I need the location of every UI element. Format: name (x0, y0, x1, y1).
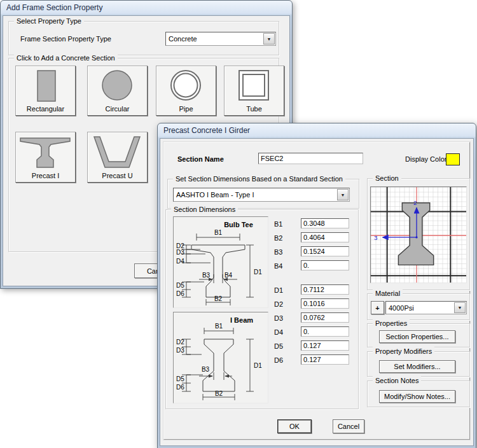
material-group: Material + 4000Psi ▼ (367, 293, 470, 320)
dim-d6-input[interactable] (301, 354, 349, 365)
dim-d2-input[interactable] (301, 298, 349, 309)
dim-b4-input[interactable] (301, 260, 349, 270)
i-beam-diagram: I Beam B1 D2 D3 B3 D1 D5 (174, 312, 266, 402)
section-preview-group: Section (367, 178, 470, 290)
group-label: Set Section Dimensions Based on a Standa… (173, 174, 345, 183)
section-properties-button[interactable]: Section Properties... (379, 330, 455, 343)
dim-b3-input[interactable] (301, 246, 349, 256)
ok-button-label: OK (289, 423, 300, 430)
dim-d4-input[interactable] (301, 326, 349, 337)
rectangular-section-button[interactable]: Rectangular (15, 66, 76, 116)
dim-label-d3: D3 (176, 249, 184, 256)
section-name-label: Section Name (177, 155, 224, 163)
dim-label-b2: B2 (215, 390, 223, 397)
dim-b1-label: B1 (274, 220, 282, 228)
i-beam-diagram-box: I Beam B1 D2 D3 B3 D1 D5 (173, 312, 268, 403)
dim-b2-input[interactable] (301, 232, 349, 242)
group-label: Section (373, 174, 401, 183)
rectangular-section-icon (18, 69, 73, 104)
dim-d1-input[interactable] (301, 284, 349, 295)
dim-label-d5: D5 (176, 375, 184, 382)
group-label: Property Modifiers (373, 347, 434, 356)
frame-section-property-type-label: Frame Section Property Type (20, 35, 111, 43)
properties-group: Properties Section Properties... (367, 323, 470, 347)
set-modifiers-button[interactable]: Set Modifiers... (379, 360, 455, 373)
dim-label-b1: B1 (214, 229, 223, 236)
group-label: Click to Add a Concrete Section (14, 53, 118, 62)
standard-section-dropdown-value: AASHTO I Beam - Type I (176, 188, 254, 201)
dim-d4-label: D4 (274, 328, 283, 336)
pipe-section-button[interactable]: Pipe (156, 66, 216, 116)
chevron-down-icon[interactable]: ▼ (263, 33, 275, 45)
dialog-client-area: Section Name Display Color Set Section D… (160, 138, 474, 446)
dim-label-d3: D3 (176, 347, 184, 354)
dim-d1-label: D1 (274, 286, 283, 294)
circular-section-button[interactable]: Circular (87, 66, 148, 116)
bulb-tee-diagram: Bulb Tee B1 D2 D3 D4 B3 B4 (174, 217, 266, 306)
select-property-type-group: Select Property Type Frame Section Prope… (8, 21, 279, 55)
section-button-label: Pipe (156, 105, 216, 113)
section-preview-plot: 2 3 (371, 187, 466, 283)
group-label: Properties (373, 319, 410, 328)
dim-d3-label: D3 (274, 314, 283, 322)
dim-label-d1: D1 (254, 269, 262, 276)
add-material-button[interactable]: + (371, 301, 384, 314)
precast-i-section-icon (18, 135, 73, 171)
precast-u-section-icon (90, 135, 144, 171)
precast-concrete-i-girder-dialog: Precast Concrete I Girder Section Name D… (157, 123, 476, 448)
dim-b2-label: B2 (274, 234, 282, 242)
dim-b4-label: B4 (274, 262, 282, 270)
material-dropdown[interactable]: 4000Psi ▼ (385, 301, 467, 314)
circular-section-icon (90, 69, 144, 104)
cancel-button-label: Cancel (338, 423, 359, 430)
display-color-swatch[interactable] (446, 153, 460, 165)
plus-icon: + (375, 304, 379, 312)
standard-section-dropdown[interactable]: AASHTO I Beam - Type I ▼ (173, 188, 350, 202)
group-label: Material (373, 289, 403, 298)
tube-section-button[interactable]: Tube (224, 66, 284, 116)
material-dropdown-value: 4000Psi (389, 302, 414, 314)
section-button-label: Precast I (16, 172, 75, 179)
section-button-label: Rectangular (16, 105, 75, 113)
display-color-label: Display Color (405, 155, 446, 163)
precast-u-section-button[interactable]: Precast U (87, 132, 148, 183)
dim-label-d5: D5 (176, 282, 184, 289)
section-button-label: Circular (88, 105, 147, 113)
ok-button[interactable]: OK (277, 419, 312, 433)
set-modifiers-button-label: Set Modifiers... (394, 363, 440, 370)
modify-show-notes-button[interactable]: Modify/Show Notes... (379, 390, 455, 403)
modify-show-notes-button-label: Modify/Show Notes... (384, 393, 450, 400)
section-button-label: Precast U (88, 172, 147, 179)
dim-label-d6: D6 (176, 290, 184, 297)
dim-label-d4: D4 (176, 258, 184, 265)
chevron-down-icon[interactable]: ▼ (337, 189, 349, 200)
dim-b1-input[interactable] (301, 218, 349, 228)
dim-label-b2: B2 (214, 295, 223, 302)
chevron-down-icon[interactable]: ▼ (454, 302, 466, 313)
section-button-label: Tube (225, 105, 284, 113)
group-label: Section Notes (373, 376, 421, 385)
cancel-button[interactable]: Cancel (333, 419, 364, 433)
tube-section-icon (226, 69, 281, 104)
dim-label-b4: B4 (225, 272, 233, 279)
standard-section-group: Set Section Dimensions Based on a Standa… (167, 179, 359, 209)
property-type-dropdown[interactable]: Concrete ▼ (165, 32, 276, 46)
dim-d3-input[interactable] (301, 312, 349, 323)
group-label: Select Property Type (14, 17, 84, 25)
dim-d5-input[interactable] (301, 340, 349, 351)
dim-label-d1: D1 (254, 362, 262, 369)
dialog-title: Add Frame Section Property (6, 3, 102, 12)
section-preview: 2 3 (370, 186, 467, 283)
diagram-title: Bulb Tee (224, 221, 253, 228)
precast-i-section-button[interactable]: Precast I (15, 132, 76, 183)
dim-label-b1: B1 (215, 323, 223, 330)
axis-2-label: 2 (413, 199, 417, 206)
section-name-input[interactable] (258, 153, 363, 164)
diagram-title: I Beam (230, 316, 253, 324)
group-label: Section Dimensions (171, 205, 238, 214)
dialog-titlebar[interactable]: Add Frame Section Property (1, 1, 292, 15)
dim-b3-label: B3 (274, 248, 282, 256)
dialog-titlebar[interactable]: Precast Concrete I Girder (158, 123, 476, 137)
centroid-dot (415, 236, 417, 238)
axis-3-label: 3 (374, 234, 378, 241)
